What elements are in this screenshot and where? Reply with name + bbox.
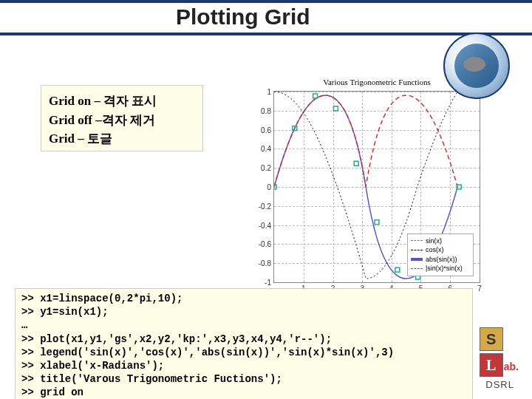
ytick: 0.6 — [253, 126, 271, 134]
code-line: >> xlabel('x-Radians'); — [21, 359, 466, 372]
ytick: 0.4 — [253, 145, 271, 153]
ytick: 0 — [253, 183, 271, 191]
svg-rect-4 — [354, 161, 358, 166]
ytick: -0.4 — [253, 221, 271, 229]
plot-axes: 1 0.8 0.6 0.4 0.2 0 -0.2 -0.4 -0.6 -0.8 … — [273, 91, 480, 283]
page-title: Plotting Grid — [176, 4, 310, 30]
globe-logo — [443, 33, 510, 99]
ytick: -1 — [253, 279, 271, 287]
svg-rect-5 — [375, 220, 379, 225]
xtick: 7 — [477, 284, 482, 293]
info-line-2: Grid off –격자 제거 — [49, 111, 195, 130]
info-line-3: Grid – 토글 — [49, 129, 195, 149]
code-line: >> plot(x1,y1,'gs',x2,y2,'kp:',x3,y3,x4,… — [21, 332, 466, 346]
header-bar: Plotting Grid — [0, 0, 532, 35]
code-line: >> title('Varous Trigonometric Fuctions'… — [21, 372, 466, 386]
svg-rect-6 — [395, 267, 400, 272]
svg-rect-3 — [333, 106, 338, 111]
ytick: -0.2 — [253, 202, 271, 210]
dsrl-text: DSRL — [485, 379, 514, 390]
code-line: >> y1=sin(x1); — [21, 305, 466, 318]
logo-suffix: ab. — [504, 361, 519, 372]
logo-s: S — [480, 327, 503, 351]
footer-logo: S L ab. — [480, 327, 519, 377]
grid-info-box: Grid on – 격자 표시 Grid off –격자 제거 Grid – 토… — [41, 85, 203, 151]
ytick: -0.6 — [253, 240, 271, 248]
ytick: 1 — [253, 88, 271, 96]
code-line: >> grid on — [21, 386, 466, 399]
chart-figure: Various Trigonometric Functions 1 0.8 0.… — [251, 78, 502, 307]
code-line: … — [21, 318, 466, 332]
code-line: >> legend('sin(x)','cos(x)','abs(sin(x))… — [21, 346, 466, 359]
code-line: >> x1=linspace(0,2*pi,10); — [21, 292, 466, 305]
info-line-1: Grid on – 격자 표시 — [49, 92, 195, 111]
logo-l: L — [480, 353, 503, 377]
ytick: 0.8 — [253, 106, 271, 115]
chart-legend: sin(x) cos(x) abs(sin(x)) |sin(x)*sin(x) — [407, 233, 474, 276]
ytick: 0.2 — [253, 164, 271, 172]
code-block: >> x1=linspace(0,2*pi,10); >> y1=sin(x1)… — [15, 288, 473, 399]
ytick: -0.8 — [253, 259, 271, 267]
